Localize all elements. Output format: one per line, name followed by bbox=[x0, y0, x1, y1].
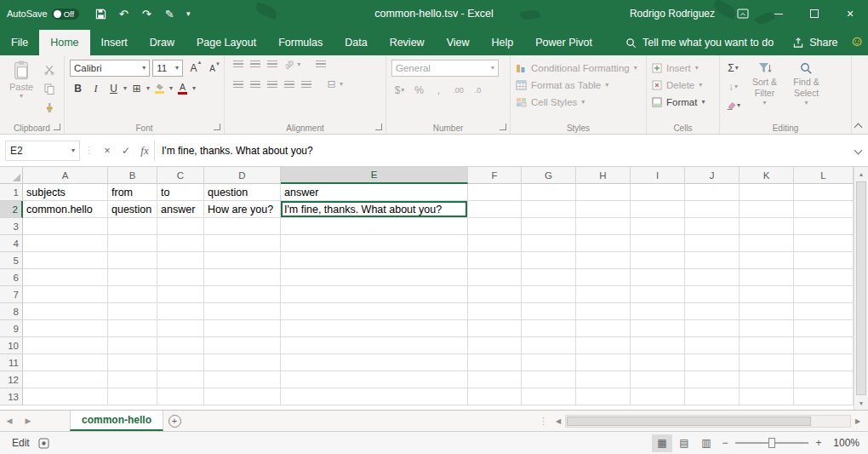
cell-H12[interactable] bbox=[576, 371, 631, 388]
row-header-10[interactable]: 10 bbox=[0, 337, 23, 354]
column-header-J[interactable]: J bbox=[685, 167, 740, 184]
cell-L9[interactable] bbox=[794, 320, 854, 337]
cell-J6[interactable] bbox=[685, 269, 740, 286]
redo-button[interactable]: ↷ bbox=[136, 3, 157, 25]
zoom-level[interactable]: 100% bbox=[827, 437, 859, 449]
row-header-9[interactable]: 9 bbox=[0, 320, 23, 337]
cell-A1[interactable]: subjects bbox=[23, 184, 108, 201]
cell-C1[interactable]: to bbox=[157, 184, 204, 201]
cell-K4[interactable] bbox=[740, 235, 794, 252]
cell-B4[interactable] bbox=[108, 235, 157, 252]
cell-E11[interactable] bbox=[281, 354, 468, 371]
cell-D10[interactable] bbox=[204, 337, 281, 354]
number-format-combobox[interactable]: General ▾ bbox=[391, 60, 499, 77]
cell-B11[interactable] bbox=[108, 354, 157, 371]
font-color-button[interactable]: A bbox=[174, 80, 191, 97]
number-dialog-launcher[interactable] bbox=[500, 124, 506, 130]
cell-C6[interactable] bbox=[157, 269, 204, 286]
top-align-button[interactable] bbox=[233, 60, 243, 68]
cell-H1[interactable] bbox=[576, 184, 631, 201]
cell-J9[interactable] bbox=[685, 320, 740, 337]
row-header-6[interactable]: 6 bbox=[0, 269, 23, 286]
cell-C2[interactable]: answer bbox=[157, 201, 204, 218]
cell-A13[interactable] bbox=[23, 388, 108, 405]
cell-G10[interactable] bbox=[522, 337, 576, 354]
minimize-button[interactable] bbox=[761, 0, 797, 27]
cell-B7[interactable] bbox=[108, 286, 157, 303]
cell-E7[interactable] bbox=[281, 286, 468, 303]
column-header-I[interactable]: I bbox=[631, 167, 685, 184]
borders-button[interactable]: ⊞ bbox=[128, 80, 145, 97]
cell-I12[interactable] bbox=[631, 371, 685, 388]
cell-H7[interactable] bbox=[576, 286, 631, 303]
cell-I5[interactable] bbox=[631, 252, 685, 269]
copy-button[interactable] bbox=[41, 80, 57, 97]
column-header-F[interactable]: F bbox=[468, 167, 522, 184]
cell-G3[interactable] bbox=[522, 218, 576, 235]
cell-L3[interactable] bbox=[794, 218, 854, 235]
insert-function-button[interactable]: fx bbox=[135, 141, 154, 161]
tab-home[interactable]: Home bbox=[39, 30, 89, 55]
tab-power-pivot[interactable]: Power Pivot bbox=[524, 30, 603, 55]
cell-I4[interactable] bbox=[631, 235, 685, 252]
cell-K7[interactable] bbox=[740, 286, 794, 303]
cell-A8[interactable] bbox=[23, 303, 108, 320]
cell-E5[interactable] bbox=[281, 252, 468, 269]
cell-L12[interactable] bbox=[794, 371, 854, 388]
cell-A7[interactable] bbox=[23, 286, 108, 303]
cell-I8[interactable] bbox=[631, 303, 685, 320]
tab-review[interactable]: Review bbox=[379, 30, 436, 55]
cell-A4[interactable] bbox=[23, 235, 108, 252]
tab-help[interactable]: Help bbox=[481, 30, 525, 55]
cell-L2[interactable] bbox=[794, 201, 854, 218]
cell-F6[interactable] bbox=[468, 269, 522, 286]
cell-E3[interactable] bbox=[281, 218, 468, 235]
accounting-format-button[interactable]: $▾ bbox=[391, 82, 408, 99]
tab-insert[interactable]: Insert bbox=[90, 30, 139, 55]
horizontal-scroll-track[interactable] bbox=[565, 415, 851, 428]
cell-J2[interactable] bbox=[685, 201, 740, 218]
cell-J1[interactable] bbox=[685, 184, 740, 201]
cell-L11[interactable] bbox=[794, 354, 854, 371]
font-size-combobox[interactable]: 11 ▾ bbox=[152, 60, 183, 77]
cell-C10[interactable] bbox=[157, 337, 204, 354]
cell-I1[interactable] bbox=[631, 184, 685, 201]
share-button[interactable]: Share bbox=[784, 30, 846, 55]
cell-L6[interactable] bbox=[794, 269, 854, 286]
cell-K12[interactable] bbox=[740, 371, 794, 388]
fill-color-button[interactable] bbox=[151, 80, 168, 97]
cell-J5[interactable] bbox=[685, 252, 740, 269]
zoom-out-button[interactable]: − bbox=[718, 437, 732, 449]
cell-K9[interactable] bbox=[740, 320, 794, 337]
formula-input[interactable]: I'm fine, thanks. What about you? bbox=[154, 141, 849, 161]
scroll-down-button[interactable]: ▼ bbox=[854, 396, 868, 410]
cell-A9[interactable] bbox=[23, 320, 108, 337]
cell-D3[interactable] bbox=[204, 218, 281, 235]
cell-F12[interactable] bbox=[468, 371, 522, 388]
cell-I13[interactable] bbox=[631, 388, 685, 405]
cell-F7[interactable] bbox=[468, 286, 522, 303]
cell-K10[interactable] bbox=[740, 337, 794, 354]
cell-F2[interactable] bbox=[468, 201, 522, 218]
user-name[interactable]: Rodrigo Rodriguez bbox=[630, 8, 715, 20]
align-left-button[interactable] bbox=[233, 81, 243, 89]
cancel-entry-button[interactable]: × bbox=[98, 141, 117, 161]
cell-D12[interactable] bbox=[204, 371, 281, 388]
clear-button[interactable]: ▾ bbox=[725, 97, 741, 114]
cell-L10[interactable] bbox=[794, 337, 854, 354]
bottom-align-button[interactable] bbox=[267, 60, 277, 68]
page-break-view-button[interactable]: ▥ bbox=[696, 434, 717, 452]
cell-H8[interactable] bbox=[576, 303, 631, 320]
alignment-dialog-launcher[interactable] bbox=[375, 124, 382, 130]
cell-K6[interactable] bbox=[740, 269, 794, 286]
cell-L4[interactable] bbox=[794, 235, 854, 252]
cell-E8[interactable] bbox=[281, 303, 468, 320]
sheet-nav-right-button[interactable]: ▶ bbox=[19, 411, 37, 431]
enter-entry-button[interactable]: ✓ bbox=[117, 141, 135, 161]
row-header-13[interactable]: 13 bbox=[0, 388, 23, 405]
new-sheet-button[interactable]: + bbox=[163, 411, 186, 431]
page-layout-view-button[interactable]: ▤ bbox=[674, 434, 694, 452]
row-header-1[interactable]: 1 bbox=[0, 184, 23, 201]
formula-bar-expand-button[interactable] bbox=[849, 147, 866, 153]
cell-I7[interactable] bbox=[631, 286, 685, 303]
